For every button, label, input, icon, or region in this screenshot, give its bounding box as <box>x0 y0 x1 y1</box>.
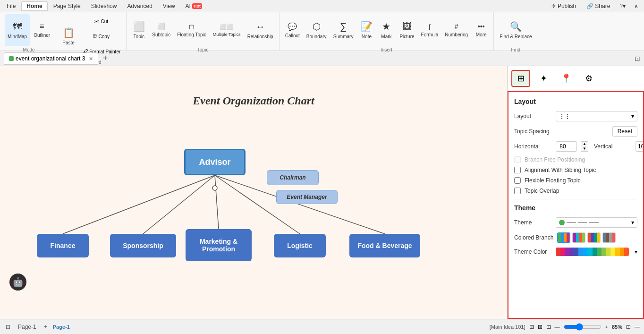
multiple-topics-button[interactable]: ⬜⬜ Multiple Topics <box>210 14 244 46</box>
minimize-button[interactable]: ∧ <box>630 2 642 10</box>
layout-panel-button[interactable]: ⊞ <box>511 70 530 87</box>
tab-view[interactable]: View <box>158 2 180 10</box>
marketing-node[interactable]: Marketing & Promotion <box>186 229 252 261</box>
summary-button[interactable]: ∑ Summary <box>330 14 356 46</box>
branch-free-row: Branch Free Positioning <box>514 156 637 163</box>
more-button[interactable]: ••• More <box>472 14 491 46</box>
chairman-node[interactable]: Chairman <box>267 170 319 185</box>
layout-label: Layout <box>514 113 552 120</box>
ai-panel-button[interactable]: ✦ <box>534 70 553 87</box>
main-area: Event Organization Chart Advisor Chairma… <box>0 66 644 319</box>
branch-free-checkbox[interactable] <box>514 156 521 163</box>
topic-button[interactable]: ⬜ Topic <box>129 14 148 46</box>
theme-color-row: Theme Color <box>514 248 637 256</box>
layout-row: Layout ⋮⋮ ▾ <box>514 111 637 121</box>
paste-icon: 📋 <box>63 27 75 38</box>
topic-spacing-label: Topic Spacing <box>514 128 552 135</box>
share-button[interactable]: 🔗 Share <box>582 2 615 10</box>
tab-slideshow[interactable]: Slideshow <box>86 2 122 10</box>
tab-advanced[interactable]: Advanced <box>122 2 157 10</box>
horizontal-spinner: ▲ ▼ <box>581 141 588 152</box>
canvas[interactable]: Event Organization Chart Advisor Chairma… <box>0 66 507 319</box>
ai-bot-button[interactable]: 🤖 <box>9 274 26 291</box>
horizontal-up[interactable]: ▲ <box>581 142 588 146</box>
tab-file[interactable]: File <box>2 2 20 10</box>
finance-node[interactable]: Finance <box>37 234 89 257</box>
advisor-node[interactable]: Advisor <box>184 149 246 175</box>
layout-section: Layout Layout ⋮⋮ ▾ Topic Spacing Reset <box>514 98 637 194</box>
document-tab[interactable]: event organizational chart 3 × <box>4 52 98 65</box>
logistic-node[interactable]: Logistic <box>274 234 326 257</box>
mindmap-button[interactable]: 🗺 MindMap <box>5 14 30 46</box>
boundary-button[interactable]: ⬡ Boundary <box>304 14 330 46</box>
tab-ai[interactable]: AI Hot <box>181 2 207 10</box>
picture-button[interactable]: 🖼 Picture <box>397 14 417 46</box>
spacing-row: Horizontal ▲ ▼ Vertical ▲ ▼ <box>514 141 637 152</box>
zoom-slider[interactable] <box>564 323 602 331</box>
numbering-button[interactable]: # Numbering <box>442 14 471 46</box>
colored-branch-label: Colored Branch <box>514 234 553 241</box>
svg-point-5 <box>212 186 217 190</box>
fit-page-button[interactable]: ⊞ <box>538 324 542 330</box>
mindmap-icon: 🗺 <box>13 21 22 32</box>
tab-home[interactable]: Home <box>21 1 47 11</box>
theme-color-strip[interactable] <box>556 248 629 256</box>
callout-button[interactable]: 💬 Callout <box>282 14 303 46</box>
window-mode-button[interactable]: ⊡ <box>635 55 640 62</box>
cut-button[interactable]: ✂ Cut <box>79 14 123 28</box>
note-button[interactable]: 📝 Note <box>357 14 376 46</box>
page-label-button[interactable]: Page-1 <box>16 323 38 331</box>
theme-select[interactable]: ▾ <box>556 217 637 228</box>
food-beverage-node[interactable]: Food & Beverage <box>349 234 420 257</box>
relationship-button[interactable]: ↔ Relationship <box>245 14 276 46</box>
horizontal-down[interactable]: ▼ <box>581 146 588 151</box>
add-page-button[interactable]: + <box>42 323 49 331</box>
branch-option-1[interactable] <box>557 232 570 243</box>
branch-option-3[interactable] <box>587 232 601 243</box>
flexible-floating-checkbox[interactable] <box>514 177 521 184</box>
floating-topic-button[interactable]: ◻ Floating Topic <box>174 14 209 46</box>
page-nav-button[interactable]: ⊡ <box>4 323 12 331</box>
branch-option-4[interactable] <box>602 232 616 243</box>
layout-select[interactable]: ⋮⋮ ▾ <box>556 111 637 121</box>
theme-section-title: Theme <box>514 204 637 212</box>
fit-width-button[interactable]: ⊟ <box>529 324 534 330</box>
add-tab-button[interactable]: + <box>100 52 111 64</box>
outliner-button[interactable]: ≡ Outliner <box>31 14 53 46</box>
location-panel-button[interactable]: 📍 <box>557 70 576 87</box>
topic-overlap-checkbox[interactable] <box>514 188 521 194</box>
alignment-label: Alignment With Sibling Topic <box>525 167 596 173</box>
outliner-icon: ≡ <box>40 22 44 31</box>
find-replace-button[interactable]: 🔍 Find & Replace <box>497 14 534 46</box>
theme-label: Theme <box>514 219 552 226</box>
branch-free-label: Branch Free Positioning <box>525 156 585 163</box>
vertical-input[interactable] <box>636 141 644 152</box>
paste-button[interactable]: 📋 Paste <box>59 20 78 52</box>
copy-icon: ⧉ <box>93 33 97 40</box>
tab-close-button[interactable]: × <box>89 55 93 62</box>
formula-button[interactable]: ∫ Formula <box>418 14 441 46</box>
publish-button[interactable]: ✈ Publish <box>547 2 581 10</box>
tab-page-style[interactable]: Page Style <box>49 2 85 10</box>
help-button[interactable]: ?▾ <box>616 2 629 10</box>
branch-option-2[interactable] <box>572 232 585 243</box>
zoom-expand-button[interactable]: ⊡ <box>626 324 631 330</box>
sponsorship-node[interactable]: Sponsorship <box>110 234 176 257</box>
full-screen-button[interactable]: ⊡ <box>546 324 551 330</box>
alignment-checkbox[interactable] <box>514 167 521 173</box>
copy-button[interactable]: ⧉ Copy <box>79 29 123 43</box>
mark-button[interactable]: ★ Mark <box>377 14 396 46</box>
theme-dot <box>559 220 565 225</box>
event-manager-node[interactable]: Event Manager <box>276 190 338 204</box>
theme-line-1 <box>567 222 576 223</box>
reset-button[interactable]: Reset <box>612 126 637 137</box>
tab-dot <box>9 56 14 61</box>
statusbar: ⊡ Page-1 + Page-1 [Main Idea 101] ⊟ ⊞ ⊡ … <box>0 319 644 334</box>
topic-overlap-label: Topic Overlap <box>525 188 559 194</box>
theme-dropdown-arrow: ▾ <box>631 219 634 226</box>
topic-overlap-row: Topic Overlap <box>514 188 637 194</box>
settings-panel-button[interactable]: ⚙ <box>579 70 598 87</box>
zoom-collapse-button[interactable]: — <box>635 324 640 330</box>
horizontal-input[interactable] <box>556 141 577 152</box>
subtopic-button[interactable]: ⬜ Subtopic <box>149 14 173 46</box>
